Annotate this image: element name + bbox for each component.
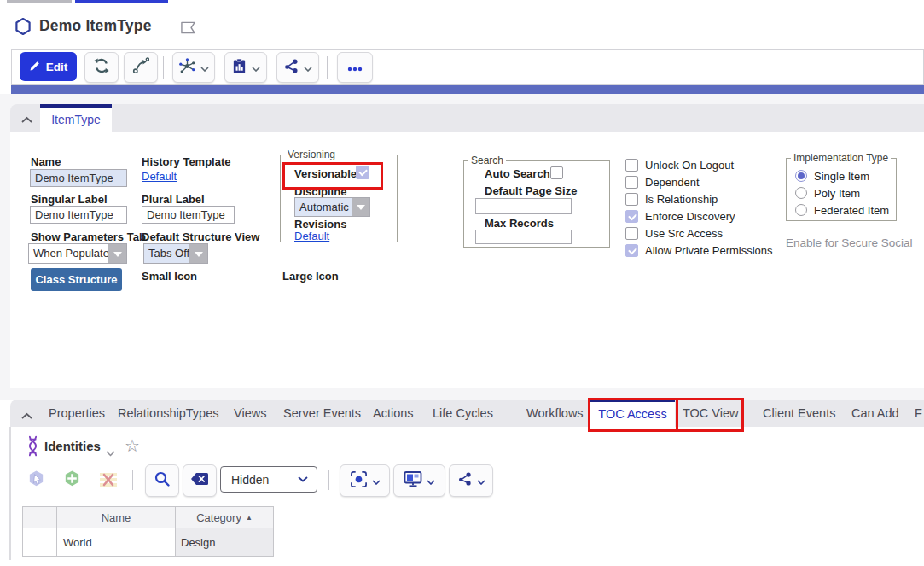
- refresh-button[interactable]: [84, 52, 119, 83]
- cell-name[interactable]: World: [57, 528, 176, 557]
- history-template-link[interactable]: Default: [142, 170, 177, 183]
- unlock-on-logout-checkbox[interactable]: [625, 159, 638, 172]
- share-grid-dropdown-button[interactable]: [449, 464, 493, 497]
- max-records-field[interactable]: [475, 230, 572, 244]
- name-field[interactable]: [30, 169, 127, 187]
- default-page-size-field[interactable]: [475, 198, 572, 214]
- top-tab-underline-inactive: [7, 0, 72, 3]
- is-relationship-label: Is Relationship: [645, 193, 718, 206]
- versionable-checkbox[interactable]: [356, 166, 369, 179]
- share-icon: [283, 58, 299, 78]
- allow-private-permissions-checkbox[interactable]: [625, 244, 638, 257]
- tab-relationshiptypes[interactable]: RelationshipTypes: [118, 400, 219, 427]
- visibility-filter-select[interactable]: Hidden: [220, 466, 317, 493]
- row-handle-cell[interactable]: [23, 528, 57, 557]
- cell-category[interactable]: Design: [176, 528, 274, 557]
- toolbar-separator: [132, 470, 133, 490]
- page-title: Demo ItemType: [39, 17, 152, 35]
- dropdown-arrow-icon: [108, 244, 126, 263]
- monitor-icon: [404, 470, 422, 491]
- singular-label-label: Singular Label: [31, 193, 108, 206]
- chevron-down-icon: [477, 473, 485, 488]
- tab-server-events[interactable]: Server Events: [283, 400, 361, 427]
- chevron-down-icon: [427, 473, 435, 488]
- promote-button[interactable]: [124, 52, 158, 83]
- favorite-star-icon[interactable]: ☆: [125, 435, 140, 456]
- clear-search-button[interactable]: [183, 464, 217, 497]
- column-header-category[interactable]: Category ▲: [176, 507, 274, 528]
- allow-private-permissions-label: Allow Private Permissions: [645, 244, 773, 257]
- tab-client-events[interactable]: Client Events: [763, 400, 835, 427]
- display-layout-dropdown-button[interactable]: [393, 464, 445, 497]
- itemtype-hexagon-icon: [14, 17, 32, 39]
- tab-views[interactable]: Views: [234, 400, 266, 427]
- search-button[interactable]: [145, 464, 179, 497]
- chevron-down-icon: [200, 60, 209, 75]
- more-actions-button[interactable]: [337, 52, 373, 83]
- tab-itemtype[interactable]: ItemType: [40, 104, 112, 132]
- sort-ascending-icon: ▲: [246, 514, 253, 522]
- plural-label-field[interactable]: [142, 206, 235, 224]
- share-icon: [457, 471, 473, 490]
- show-parameters-dropdown[interactable]: When Populated: [28, 243, 127, 264]
- search-icon: [154, 470, 171, 491]
- auto-search-checkbox[interactable]: [550, 166, 563, 179]
- tab-can-add[interactable]: Can Add: [851, 400, 899, 427]
- identities-chevron-down-icon[interactable]: [106, 445, 115, 460]
- dependent-label: Dependent: [645, 176, 700, 189]
- single-item-label: Single Item: [814, 170, 869, 183]
- app-window: Demo ItemType Edit: [0, 0, 924, 566]
- add-identity-icon[interactable]: [62, 469, 82, 488]
- tab-actions[interactable]: Actions: [373, 400, 414, 427]
- dropdown-arrow-icon: [189, 244, 207, 263]
- federated-item-radio[interactable]: [795, 204, 807, 216]
- default-structure-view-label: Default Structure View: [142, 230, 259, 243]
- toolbar-separator: [328, 470, 329, 490]
- small-icon-label: Small Icon: [142, 270, 197, 283]
- single-item-radio[interactable]: [795, 170, 807, 182]
- tab-toc-view[interactable]: TOC View: [683, 400, 739, 427]
- discipline-dropdown[interactable]: Automatic: [294, 197, 370, 217]
- edit-button-label: Edit: [46, 61, 68, 73]
- use-src-access-label: Use Src Access: [645, 227, 723, 240]
- flag-icon[interactable]: [179, 20, 197, 38]
- tab-toc-access[interactable]: TOC Access: [590, 400, 675, 427]
- tab-workflows[interactable]: Workflows: [526, 400, 584, 427]
- revisions-label: Revisions: [294, 218, 346, 230]
- tab-properties[interactable]: Properties: [49, 400, 105, 427]
- select-item-icon[interactable]: [26, 469, 46, 488]
- share-dropdown-button[interactable]: [276, 52, 319, 83]
- versionable-label: Versionable: [294, 167, 357, 180]
- name-label: Name: [31, 155, 61, 168]
- poly-item-radio[interactable]: [795, 187, 807, 199]
- panel-left-edge: [9, 427, 11, 560]
- top-tab-underline-active: [75, 0, 168, 3]
- column-header-name[interactable]: Name: [57, 507, 176, 528]
- column-header-rowhandle[interactable]: [23, 507, 57, 528]
- collapse-relationships-chevron-icon[interactable]: [20, 408, 33, 423]
- focus-view-dropdown-button[interactable]: [340, 464, 390, 497]
- reports-dropdown-button[interactable]: [224, 52, 267, 83]
- tab-cut-off[interactable]: F: [915, 400, 922, 427]
- form-tab-strip: [10, 104, 924, 132]
- singular-label-field[interactable]: [30, 206, 127, 224]
- identities-title: Identities: [44, 439, 101, 453]
- identities-dna-icon: [26, 435, 40, 460]
- collapse-form-chevron-icon[interactable]: [20, 112, 33, 127]
- default-structure-view-dropdown[interactable]: Tabs Off: [143, 243, 208, 264]
- target-icon: [350, 470, 368, 492]
- is-relationship-checkbox[interactable]: [625, 193, 638, 206]
- edit-button[interactable]: Edit: [20, 52, 77, 81]
- enforce-discovery-checkbox[interactable]: [625, 210, 638, 223]
- use-src-access-checkbox[interactable]: [625, 227, 638, 240]
- tab-life-cycles[interactable]: Life Cycles: [433, 400, 493, 427]
- delete-row-icon[interactable]: [97, 470, 119, 488]
- structure-browser-dropdown-button[interactable]: [172, 52, 215, 83]
- dependent-checkbox[interactable]: [625, 176, 638, 189]
- impact-graph-icon: [178, 57, 196, 79]
- default-structure-view-value: Tabs Off: [144, 244, 189, 263]
- visibility-filter-value: Hidden: [221, 473, 298, 487]
- revisions-link[interactable]: Default: [294, 230, 329, 242]
- class-structure-button[interactable]: Class Structure: [31, 268, 122, 291]
- default-page-size-label: Default Page Size: [485, 184, 577, 197]
